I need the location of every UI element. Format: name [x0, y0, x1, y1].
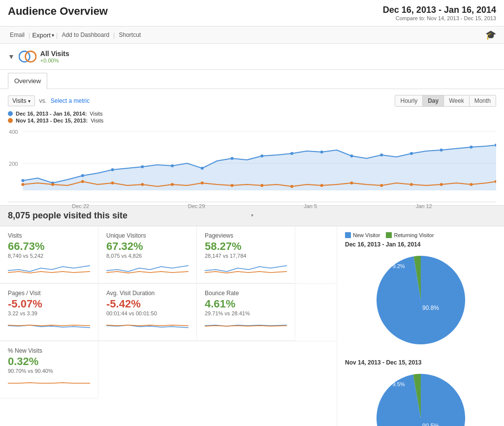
pie-label-returning: 9.2%	[392, 263, 405, 269]
bottom-section: Visits 66.73% 8,740 vs 5,242 Unique Visi…	[0, 226, 504, 426]
stats-left: Visits 66.73% 8,740 vs 5,242 Unique Visi…	[0, 226, 337, 426]
x-label-dec29: Dec 29	[188, 203, 205, 209]
chart-dot	[290, 185, 293, 188]
stat-change-new-visits: 0.32%	[8, 355, 90, 368]
segment-chevron-icon[interactable]: ▼	[8, 53, 15, 61]
returning-visitor-color-dot	[386, 232, 392, 238]
stat-label-new-visits: % New Visits	[8, 347, 90, 354]
chart-dot	[201, 182, 204, 184]
compare-range: Nov 14, 2013 - Dec 15, 2013	[427, 15, 496, 21]
stat-change-pages-visit: -5.07%	[8, 298, 90, 310]
tab-overview[interactable]: Overview	[8, 73, 47, 89]
toolbar: Email | Export ▾ | Add to Dashboard | Sh…	[0, 27, 504, 44]
chart-legend: Dec 16, 2013 - Jan 16, 2014: Visits Nov …	[8, 111, 496, 123]
stat-change-bounce-rate: 4.61%	[205, 298, 287, 310]
shortcut-button[interactable]: Shortcut	[117, 30, 143, 39]
chart-dot	[380, 153, 383, 156]
chart-dot	[410, 152, 413, 155]
chart-dot	[470, 146, 472, 149]
x-axis: Dec 22 Dec 29 Jan 5 Jan 12	[8, 202, 496, 210]
week-button[interactable]: Week	[444, 95, 469, 107]
stat-label-avg-visit-duration: Avg. Visit Duration	[106, 290, 189, 297]
stats-row-2: Pages / Visit -5.07% 3.22 vs 3.39 Avg. V…	[0, 284, 337, 341]
chart-dot	[380, 184, 383, 187]
compare-info: Compare to: Nov 14, 2013 - Dec 15, 2013	[383, 15, 496, 21]
sparkline-unique-visitors	[106, 261, 189, 275]
chart-dot	[320, 184, 323, 187]
returning-visitor-label: Returning Visitor	[394, 232, 434, 238]
chart-scrollbar[interactable]: ▾	[8, 210, 496, 219]
email-button[interactable]: Email	[8, 30, 27, 39]
stat-change-avg-visit-duration: -5.42%	[106, 298, 189, 310]
stats-row-1: Visits 66.73% 8,740 vs 5,242 Unique Visi…	[0, 226, 337, 284]
sparkline-pages-visit	[8, 318, 90, 333]
pie-slice-new-2	[377, 374, 465, 426]
pie-chart-1-container: 90.8% 9.2%	[345, 251, 496, 349]
chart-dot	[201, 167, 204, 170]
sep1: |	[29, 31, 30, 39]
stat-card-pages-visit: Pages / Visit -5.07% 3.22 vs 3.39	[0, 284, 98, 341]
chart-dot	[440, 183, 443, 186]
new-visitor-label: New Visitor	[353, 232, 380, 238]
metric-dropdown[interactable]: Visits ▾	[8, 95, 35, 106]
metric-label: Visits	[12, 97, 26, 104]
stat-change-visits: 66.73%	[8, 240, 90, 253]
vs-label: vs.	[39, 97, 46, 104]
select-metric-button[interactable]: Select a metric	[51, 97, 90, 104]
stat-label-pageviews: Pageviews	[205, 232, 287, 239]
pie-chart-2-title: Nov 14, 2013 - Dec 15, 2013	[345, 359, 496, 366]
chart-dot	[141, 183, 144, 186]
chart-dot	[81, 180, 84, 183]
pie-label-new: 90.8%	[422, 304, 439, 311]
metric-chevron-icon: ▾	[28, 98, 31, 104]
chart-dot	[470, 183, 472, 186]
stat-card-bounce-rate: Bounce Rate 4.61% 29.71% vs 28.41%	[197, 284, 295, 341]
chart-dot	[350, 182, 353, 184]
chart-dot	[230, 184, 233, 187]
legend-item-previous: Nov 14, 2013 - Dec 15, 2013: Visits	[8, 118, 496, 123]
chart-dot	[111, 168, 114, 171]
add-to-dashboard-button[interactable]: Add to Dashboard	[60, 30, 111, 39]
chart-dot	[350, 154, 353, 157]
chart-dot	[260, 154, 263, 157]
hourly-button[interactable]: Hourly	[395, 95, 423, 107]
chart-dot	[440, 149, 443, 152]
stat-change-unique-visitors: 67.32%	[106, 240, 189, 253]
month-button[interactable]: Month	[470, 95, 496, 107]
new-visitor-color-dot	[345, 232, 351, 238]
date-range-section: Dec 16, 2013 - Jan 16, 2014 Compare to: …	[383, 5, 496, 21]
day-button[interactable]: Day	[423, 95, 444, 107]
export-chevron-icon: ▾	[52, 32, 54, 38]
page-title: Audience Overview	[8, 5, 108, 18]
stat-card-pageviews: Pageviews 58.27% 28,147 vs 17,784	[197, 226, 295, 283]
pie-label-returning-2: 9.5%	[392, 381, 405, 387]
stat-label-bounce-rate: Bounce Rate	[205, 290, 287, 297]
x-label-jan5: Jan 5	[304, 203, 317, 209]
stat-card-unique-visitors: Unique Visitors 67.32% 8,075 vs 4,826	[98, 226, 197, 283]
stat-values-pages-visit: 3.22 vs 3.39	[8, 310, 90, 316]
sparkline-bounce-rate	[205, 318, 287, 333]
stat-label-pages-visit: Pages / Visit	[8, 290, 90, 297]
chart-dot	[171, 164, 174, 167]
chart-controls: Visits ▾ vs. Select a metric Hourly Day …	[8, 95, 496, 107]
legend-orange-dot	[8, 118, 13, 123]
svg-text:200: 200	[9, 161, 18, 167]
legend-item-current: Dec 16, 2013 - Jan 16, 2014: Visits	[8, 111, 496, 117]
x-label-dec22: Dec 22	[72, 203, 89, 209]
sparkline-new-visits	[8, 376, 90, 391]
segment-bar: ▼ All Visits +0.00%	[0, 44, 504, 70]
chart-dot	[51, 183, 54, 186]
chart-dot	[141, 165, 144, 168]
charts-right: New Visitor Returning Visitor Dec 16, 20…	[337, 226, 504, 426]
pie-chart-2-section: Nov 14, 2013 - Dec 15, 2013 90.5% 9.5%	[345, 359, 496, 426]
stat-values-visits: 8,740 vs 5,242	[8, 253, 90, 259]
svg-text:400: 400	[9, 129, 18, 135]
stat-values-unique-visitors: 8,075 vs 4,826	[106, 253, 189, 259]
pie-label-new-2: 90.5%	[422, 423, 439, 426]
line-chart: 400 200	[8, 126, 496, 200]
svg-point-1	[25, 51, 36, 62]
sparkline-avg-visit-duration	[106, 318, 189, 333]
chart-dot	[290, 152, 293, 155]
export-button[interactable]: Export ▾	[32, 31, 54, 39]
tabs-bar: Overview	[0, 70, 504, 89]
